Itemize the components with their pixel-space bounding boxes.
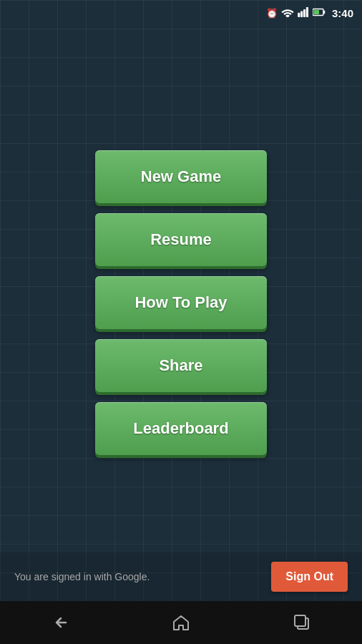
battery-icon <box>313 8 326 19</box>
signal-icon <box>298 7 309 19</box>
svg-rect-5 <box>323 10 325 14</box>
svg-rect-8 <box>295 615 305 626</box>
menu-buttons: New Game Resume How To Play Share Leader… <box>95 150 267 455</box>
status-bar: ⏰ 3:40 <box>0 0 362 26</box>
how-to-play-button[interactable]: How To Play <box>95 276 267 329</box>
resume-button[interactable]: Resume <box>95 213 267 266</box>
wifi-icon <box>281 7 294 19</box>
signout-button[interactable]: Sign Out <box>271 562 348 592</box>
signin-bar: You are signed in with Google. Sign Out <box>0 552 362 601</box>
signin-text: You are signed in with Google. <box>14 571 150 582</box>
status-icons: ⏰ 3:40 <box>266 7 353 19</box>
svg-rect-1 <box>300 11 303 17</box>
back-button[interactable] <box>39 608 82 637</box>
new-game-button[interactable]: New Game <box>95 150 267 203</box>
svg-rect-6 <box>313 10 319 14</box>
home-button[interactable] <box>160 608 202 637</box>
recent-apps-button[interactable] <box>280 608 323 637</box>
nav-bar <box>0 601 362 644</box>
alarm-icon: ⏰ <box>266 8 278 19</box>
main-content: New Game Resume How To Play Share Leader… <box>0 40 362 565</box>
share-button[interactable]: Share <box>95 339 267 392</box>
svg-rect-3 <box>306 7 308 17</box>
svg-rect-2 <box>303 9 305 17</box>
svg-rect-0 <box>298 12 300 16</box>
status-time: 3:40 <box>332 7 353 19</box>
leaderboard-button[interactable]: Leaderboard <box>95 402 267 455</box>
